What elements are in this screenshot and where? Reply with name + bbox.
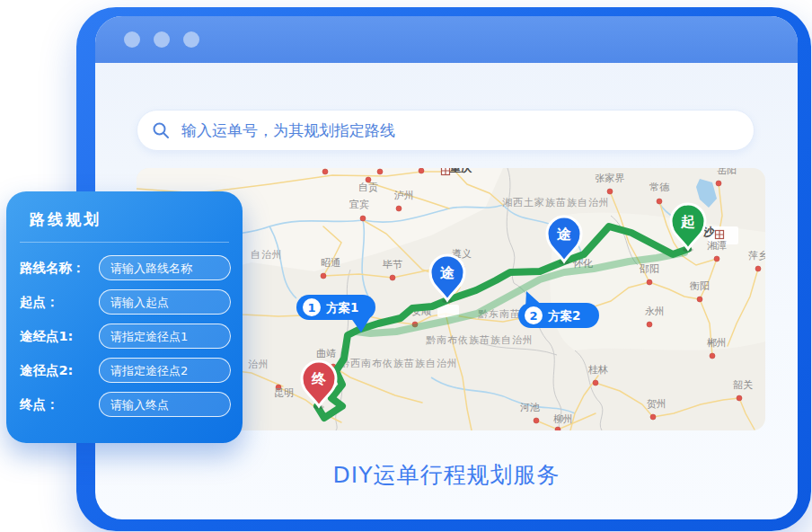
field-row-waypoint-2: 途径点2:	[20, 357, 231, 384]
waypoint-2-input[interactable]	[99, 358, 231, 383]
badge-label: 方案1	[325, 300, 358, 315]
waybill-search-input[interactable]	[180, 120, 739, 140]
map-city-label: 曲靖	[316, 348, 336, 359]
map-city-label: 黔南布依族苗族自治州	[426, 334, 534, 346]
map-city: 桂林	[587, 364, 608, 386]
map-city: 黔西南布依族苗族自治州	[340, 358, 458, 369]
badge-number: 2	[529, 309, 537, 323]
start-point-label: 起点：	[20, 294, 99, 311]
waypoint-1-label: 途经点1:	[20, 328, 99, 345]
route-planning-panel: 路线规划 路线名称： 起点： 途经点1: 途径点2: 终点：	[6, 191, 243, 443]
panel-form: 路线名称： 起点： 途经点1: 途径点2: 终点：	[20, 254, 231, 425]
map-city-label: 昭通	[321, 257, 340, 269]
map-city-label: 黔西南布依族苗族自治州	[340, 358, 458, 369]
badge-number: 1	[307, 301, 315, 315]
map-city-label: 衡阳	[689, 280, 710, 292]
map-city-label: 宜宾	[349, 199, 369, 210]
map-city: 张家界	[596, 173, 625, 194]
pin-label: 起	[680, 213, 695, 230]
map-city: 岳阳	[716, 168, 737, 186]
window-control-dot[interactable]	[154, 31, 170, 48]
map-city-label: 自贡	[358, 182, 378, 193]
map-city-label: 柳州	[553, 413, 573, 425]
map-city-label: 河池	[520, 402, 540, 413]
map-city-label: 毕节	[383, 259, 402, 270]
end-point-input[interactable]	[99, 392, 231, 417]
map-city-label: 湘潭	[707, 240, 727, 252]
plan-badge-1[interactable]: 1方案1	[296, 295, 375, 332]
route-name-input[interactable]	[99, 255, 231, 280]
end-point-label: 终点：	[20, 396, 99, 413]
panel-title: 路线规划	[30, 209, 243, 230]
map-city-label: 永州	[645, 306, 665, 317]
map-city-label: 自治州	[251, 249, 283, 261]
map-city-label: 常德	[649, 182, 670, 193]
start-point-input[interactable]	[99, 289, 231, 315]
map-city: 韶关	[733, 379, 753, 401]
badge-label: 方案2	[547, 308, 580, 323]
route-name-label: 路线名称：	[20, 260, 99, 277]
map-city-label: 泸州	[393, 190, 414, 201]
map-city: 治州	[248, 359, 269, 370]
pin-label: 终	[311, 370, 327, 387]
map-city-label: 治州	[248, 359, 269, 370]
map-city-label: 贺州	[647, 398, 666, 410]
field-row-start-point: 起点：	[20, 288, 231, 315]
window-control-dot[interactable]	[183, 31, 199, 48]
map-city-dot	[377, 169, 383, 174]
search-icon	[152, 121, 170, 139]
map-city-label: 岳阳	[717, 168, 737, 176]
map-city-label: 萍乡	[748, 250, 765, 262]
map-city: 黔南布依族苗族自治州	[426, 334, 534, 346]
waybill-search[interactable]	[137, 110, 755, 151]
map-city: 郴州	[707, 337, 727, 359]
pin-label: 途	[439, 264, 455, 281]
page-background: 重庆自贡泸州宜宾张家界常德岳阳湘西土家族苗族自治州遵义昭通毕节六盘水安顺怀化黔东…	[0, 0, 812, 532]
field-row-end-point: 终点：	[20, 391, 231, 418]
map-city-label: 昆明	[274, 387, 294, 399]
map-city-label: 桂林	[587, 364, 608, 376]
map-city-label: 郴州	[707, 337, 727, 349]
map-city: 河池	[520, 402, 540, 423]
service-title: DIY运单行程规划服务	[95, 460, 798, 490]
map-city-dot	[419, 168, 424, 173]
waypoint-2-label: 途径点2:	[20, 362, 99, 379]
field-row-waypoint-1: 途经点1:	[20, 323, 231, 350]
map-city-label: 韶关	[733, 379, 753, 391]
map-city: 常德	[649, 182, 670, 204]
map-city-label: 邵阳	[639, 263, 659, 275]
map-city: 自治州	[251, 249, 283, 261]
map-city-label: 湘西土家族苗族自治州	[502, 197, 610, 208]
pin-label: 途	[556, 226, 571, 243]
map-city: 湘西土家族苗族自治州	[502, 197, 610, 208]
map-city-label: 重庆	[450, 168, 473, 174]
waypoint-1-input[interactable]	[99, 324, 231, 349]
map-city: 重庆	[442, 168, 473, 175]
map-city-dot	[322, 169, 328, 174]
window-titlebar	[95, 16, 798, 63]
field-row-route-name: 路线名称：	[20, 254, 231, 281]
map-city: 昆明	[274, 385, 294, 399]
window-control-dot[interactable]	[124, 31, 140, 48]
panel-divider	[20, 242, 229, 243]
map-city-label: 张家界	[596, 173, 625, 184]
